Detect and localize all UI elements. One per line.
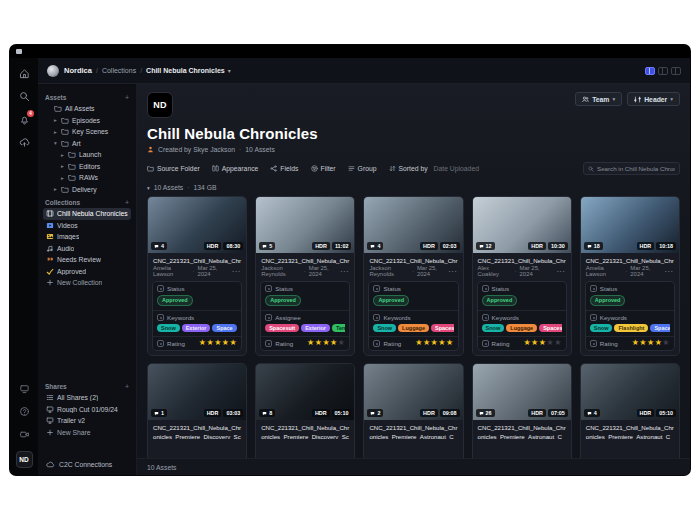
star-rating[interactable]: ★★★★★ [632,339,670,347]
breadcrumb-section[interactable]: Collections [102,67,136,74]
add-icon[interactable]: + [125,383,129,390]
search-input[interactable] [597,165,675,172]
add-icon[interactable]: + [125,199,129,206]
asset-filename[interactable]: CNC_221321_Chill_Nebula_Chronicles_Premi… [256,253,354,264]
more-options-icon[interactable]: ··· [449,268,458,274]
chevron-right-icon[interactable]: ▸ [53,117,58,123]
chevron-right-icon[interactable]: ▸ [60,175,65,181]
workspace-logo[interactable] [47,65,59,77]
star-icon[interactable]: ★ [230,338,238,347]
asset-thumbnail[interactable]: 18HDR10:18 [581,197,679,253]
breadcrumb-current[interactable]: Chill Nebula Chronicles [146,67,225,74]
panel-toggle-left-icon[interactable] [645,67,655,75]
star-icon[interactable]: ★ [330,338,338,347]
more-options-icon[interactable]: ··· [341,268,350,274]
tag-pill[interactable]: Snow [373,324,396,332]
asset-card[interactable]: 4HDR05:10CNC_221321_Chill_Nebula_Chronic… [580,363,680,458]
tag-pill[interactable]: Space [212,324,236,332]
home-icon[interactable] [18,67,30,79]
star-icon[interactable]: ★ [446,338,454,347]
star-icon[interactable]: ★ [423,338,431,347]
asset-card[interactable]: 1HDR03:03CNC_221321_Chill_Nebula_Chronic… [147,363,247,458]
asset-card[interactable]: 18HDR10:18CNC_221321_Chill_Nebula_Chroni… [580,196,680,356]
tag-pill[interactable]: Luggage [398,324,429,332]
tags-field[interactable]: KeywordsSnowLuggageSpacesuit+3 [478,311,566,337]
sidebar-item-editors[interactable]: ▸Editors [43,161,131,173]
sidebar-item-episodes[interactable]: ▸Episodes [43,115,131,127]
sidebar-item-needs-review[interactable]: Needs Review [43,254,131,266]
star-icon[interactable]: ★ [554,338,562,347]
tag-pill[interactable]: Space [650,324,670,332]
group-summary-row[interactable]: ▾ 10 Assets · 134 GB [147,184,680,191]
comment-count-badge[interactable]: 12 [476,242,495,250]
comment-count-badge[interactable]: 5 [259,242,275,250]
sidebar-item-rough-cut-01-09-24[interactable]: Rough Cut 01/09/24 [43,403,131,415]
sidebar-item-trailer-v2[interactable]: Trailer v2 [43,415,131,427]
sidebar-item-c2c-connections[interactable]: C2C Connections [43,457,131,470]
status-pill[interactable]: Approved [482,295,518,305]
chevron-right-icon[interactable]: ▸ [53,186,58,192]
star-rating[interactable]: ★★★★★ [199,339,237,347]
tags-field[interactable]: KeywordsSnowLuggageSpacesuit+3 [369,311,457,337]
search-icon[interactable] [18,90,30,102]
asset-thumbnail[interactable]: 4HDR05:10 [581,364,679,420]
tag-pill[interactable]: Snow [482,324,505,332]
tags-field[interactable]: KeywordsSnowFlashlightSpace+3 [586,311,674,337]
star-icon[interactable]: ★ [647,338,655,347]
asset-filename[interactable]: CNC_221321_Chill_Nebula_Chronicles_Premi… [581,253,679,264]
star-icon[interactable]: ★ [546,338,554,347]
status-field[interactable]: StatusApproved [586,282,674,310]
asset-thumbnail[interactable]: 26HDR07:05 [473,364,571,420]
comment-count-badge[interactable]: 26 [476,409,495,417]
star-icon[interactable]: ★ [438,338,446,347]
asset-card[interactable]: 26HDR07:05CNC_221321_Chill_Nebula_Chroni… [472,363,572,458]
user-avatar[interactable]: ND [16,451,33,468]
star-icon[interactable]: ★ [322,338,330,347]
star-icon[interactable]: ★ [531,338,539,347]
fields-button[interactable]: Fields [270,165,298,172]
more-options-icon[interactable]: ··· [557,268,566,274]
asset-filename[interactable]: CNC_221321_Chill_Nebula_Chronicles_Premi… [364,253,462,264]
sidebar-item-chill-nebula-chronicles[interactable]: Chill Nebula Chronicles [43,208,131,220]
sidebar-item-images[interactable]: Images [43,231,131,243]
asset-thumbnail[interactable]: 4HDR08:30 [148,197,246,253]
uploads-icon[interactable] [18,136,30,148]
camera-icon[interactable] [18,428,30,440]
comment-count-badge[interactable]: 1 [151,409,167,417]
rating-field[interactable]: Rating★★★★★ [261,337,349,350]
tag-pill[interactable]: Spacesuit [431,324,454,332]
asset-thumbnail[interactable]: 1HDR03:03 [148,364,246,420]
sidebar-item-all-assets[interactable]: All Assets [43,103,131,115]
star-icon[interactable]: ★ [222,338,230,347]
help-icon[interactable] [18,405,30,417]
status-field[interactable]: StatusApproved [153,282,241,310]
comment-count-badge[interactable]: 8 [259,409,275,417]
rating-field[interactable]: Rating★★★★★ [586,337,674,350]
tags-field[interactable]: AssigneeSpacesuitExteriorTent+3 [261,311,349,337]
asset-thumbnail[interactable]: 8HDR05:10 [256,364,354,420]
chevron-down-icon[interactable]: ▾ [53,140,58,146]
asset-card[interactable]: 2HDR09:08CNC_221321_Chill_Nebula_Chronic… [363,363,463,458]
star-icon[interactable]: ★ [307,338,315,347]
star-rating[interactable]: ★★★★★ [523,339,561,347]
sidebar-item-new-collection[interactable]: New Collection [43,277,131,289]
chevron-down-icon[interactable]: ▾ [228,67,231,74]
tag-pill[interactable]: Flashlight [614,324,648,332]
status-field[interactable]: StatusApproved [478,282,566,310]
sidebar-item-all-shares-2-[interactable]: All Shares (2) [43,392,131,404]
asset-thumbnail[interactable]: 5HDR11:02 [256,197,354,253]
comment-count-badge[interactable]: 4 [151,242,167,250]
asset-filename[interactable]: CNC_221321_Chill_Nebula_Chronicles_Premi… [148,420,246,439]
chevron-right-icon[interactable]: ▸ [60,152,65,158]
more-options-icon[interactable]: ··· [665,268,674,274]
devices-icon[interactable] [18,382,30,394]
asset-thumbnail[interactable]: 12HDR10:30 [473,197,571,253]
tag-pill[interactable]: Exterior [301,324,330,332]
rating-field[interactable]: Rating★★★★★ [478,337,566,350]
star-icon[interactable]: ★ [199,338,207,347]
star-icon[interactable]: ★ [415,338,423,347]
tag-pill[interactable]: Spacesuit [265,324,299,332]
more-options-icon[interactable]: ··· [232,268,241,274]
status-field[interactable]: StatusApproved [261,282,349,310]
tag-pill[interactable]: Snow [157,324,180,332]
